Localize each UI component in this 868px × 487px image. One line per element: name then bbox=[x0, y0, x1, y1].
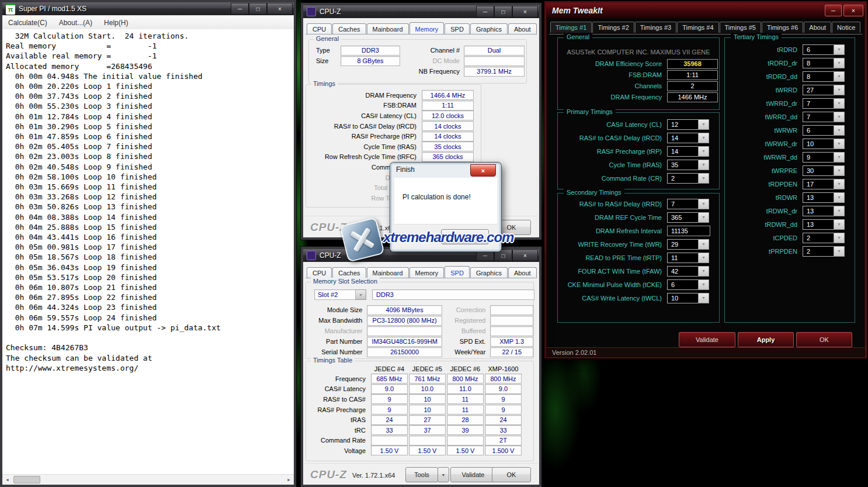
timing-spinner[interactable]: 27 ▼ bbox=[803, 85, 845, 95]
timing-spinner[interactable]: 9 ▼ bbox=[803, 152, 845, 163]
tab-memory[interactable]: Memory bbox=[409, 22, 445, 34]
slot-select[interactable]: Slot #2 bbox=[314, 289, 356, 300]
tab-caches[interactable]: Caches bbox=[332, 267, 366, 278]
spinner-arrow-icon[interactable]: ▼ bbox=[834, 179, 845, 189]
maximize-button[interactable]: □ bbox=[494, 250, 512, 261]
minimize-button[interactable]: ─ bbox=[476, 6, 494, 18]
timing-spinner[interactable]: 6 ▼ bbox=[803, 44, 845, 55]
tab-timings-3[interactable]: Timings #3 bbox=[635, 22, 676, 33]
timing-spinner[interactable]: 2 ▼ bbox=[667, 173, 709, 184]
spinner-arrow-icon[interactable]: ▼ bbox=[834, 44, 845, 55]
timing-spinner[interactable]: 8 ▼ bbox=[803, 71, 845, 82]
timing-spinner[interactable]: 7 ▼ bbox=[803, 98, 845, 109]
tab-graphics[interactable]: Graphics bbox=[470, 23, 508, 34]
maximize-button[interactable]: □ bbox=[494, 6, 512, 18]
scroll-left-arrow-icon[interactable]: ◄ bbox=[2, 475, 12, 485]
spinner-arrow-icon[interactable]: ▼ bbox=[834, 58, 845, 68]
menu-help[interactable]: Help(H) bbox=[98, 17, 134, 29]
tab-about[interactable]: About bbox=[508, 23, 537, 34]
timing-spinner[interactable]: 14 ▼ bbox=[667, 146, 709, 157]
scroll-right-arrow-icon[interactable]: ► bbox=[284, 475, 294, 485]
maximize-button[interactable]: □ bbox=[249, 3, 267, 15]
tools-dropdown-icon[interactable]: ▼ bbox=[438, 467, 449, 482]
spinner-arrow-icon[interactable]: ▼ bbox=[698, 173, 709, 184]
spinner-arrow-icon[interactable]: ▼ bbox=[698, 133, 709, 143]
close-button[interactable]: × bbox=[512, 6, 538, 18]
spinner-arrow-icon[interactable]: ▼ bbox=[834, 192, 845, 203]
spinner-arrow-icon[interactable]: ▼ bbox=[698, 212, 709, 223]
menu-calculate[interactable]: Calculate(C) bbox=[2, 17, 53, 29]
ok-button[interactable]: OK bbox=[492, 467, 531, 482]
spinner-arrow-icon[interactable]: ▼ bbox=[834, 246, 845, 257]
slot-dropdown-button[interactable]: ▼ bbox=[356, 289, 366, 300]
tab-memory[interactable]: Memory bbox=[409, 267, 445, 278]
memtweakit-titlebar[interactable]: Mem TweakIt ─ × bbox=[546, 3, 865, 18]
validate-button[interactable]: Validate bbox=[450, 467, 496, 482]
spinner-arrow-icon[interactable]: ▼ bbox=[698, 266, 709, 277]
spinner-arrow-icon[interactable]: ▼ bbox=[834, 206, 845, 216]
timing-spinner[interactable]: 2 ▼ bbox=[803, 233, 845, 243]
spinner-arrow-icon[interactable]: ▼ bbox=[834, 219, 845, 230]
apply-button[interactable]: Apply bbox=[738, 332, 794, 347]
timing-spinner[interactable]: 7 ▼ bbox=[667, 199, 709, 209]
chevron-down-icon[interactable]: ▼ bbox=[356, 289, 366, 300]
close-button[interactable]: × bbox=[470, 164, 496, 177]
spinner-arrow-icon[interactable]: ▼ bbox=[698, 119, 709, 130]
ok-button[interactable]: OK bbox=[796, 332, 852, 347]
tab-timings-2[interactable]: Timings #2 bbox=[592, 22, 634, 33]
tab-timings-6[interactable]: Timings #6 bbox=[762, 22, 803, 33]
timing-spinner[interactable]: 30 ▼ bbox=[803, 165, 845, 176]
tab-timings-5[interactable]: Timings #5 bbox=[720, 22, 761, 33]
tab-spd[interactable]: SPD bbox=[445, 23, 470, 34]
spinner-arrow-icon[interactable]: ▼ bbox=[698, 293, 709, 303]
timing-spinner[interactable]: 7 ▼ bbox=[803, 112, 845, 122]
timing-spinner[interactable]: 17 ▼ bbox=[803, 179, 845, 189]
spinner-arrow-icon[interactable]: ▼ bbox=[834, 165, 845, 176]
spinner-arrow-icon[interactable]: ▼ bbox=[834, 98, 845, 109]
spinner-arrow-icon[interactable]: ▼ bbox=[834, 112, 845, 122]
minimize-button[interactable]: ─ bbox=[476, 250, 494, 261]
tab-about[interactable]: About bbox=[804, 22, 831, 33]
spinner-arrow-icon[interactable]: ▼ bbox=[698, 253, 709, 263]
tab-graphics[interactable]: Graphics bbox=[470, 267, 508, 278]
cpuz-titlebar[interactable]: CPU-Z ─ □ × bbox=[303, 5, 539, 18]
timing-spinner[interactable]: 12 ▼ bbox=[667, 119, 709, 130]
tab-timings-1[interactable]: Timings #1 bbox=[550, 22, 592, 33]
minimize-button[interactable]: ─ bbox=[825, 5, 842, 16]
timing-spinner[interactable]: 10 ▼ bbox=[667, 293, 709, 303]
close-button[interactable]: × bbox=[512, 250, 538, 261]
timing-spinner[interactable]: 42 ▼ bbox=[667, 266, 709, 277]
timing-spinner[interactable]: 6 ▼ bbox=[667, 279, 709, 290]
spinner-arrow-icon[interactable]: ▼ bbox=[834, 152, 845, 163]
spinner-arrow-icon[interactable]: ▼ bbox=[698, 160, 709, 170]
validate-button[interactable]: Validate bbox=[679, 332, 735, 347]
spinner-arrow-icon[interactable]: ▼ bbox=[698, 239, 709, 250]
timing-spinner[interactable]: 8 ▼ bbox=[803, 58, 845, 68]
spinner-arrow-icon[interactable]: ▼ bbox=[698, 146, 709, 157]
tools-button[interactable]: Tools bbox=[405, 467, 438, 482]
tab-mainboard[interactable]: Mainboard bbox=[367, 23, 409, 34]
spinner-arrow-icon[interactable]: ▼ bbox=[834, 85, 845, 95]
timing-spinner[interactable]: 2 ▼ bbox=[803, 246, 845, 257]
spinner-arrow-icon[interactable]: ▼ bbox=[834, 125, 845, 136]
minimize-button[interactable]: ─ bbox=[231, 3, 249, 15]
ok-button[interactable]: OK bbox=[441, 229, 489, 244]
timing-spinner[interactable]: 365 ▼ bbox=[667, 212, 709, 223]
tab-timings-4[interactable]: Timings #4 bbox=[677, 22, 718, 33]
spinner-arrow-icon[interactable]: ▼ bbox=[698, 199, 709, 209]
timing-spinner[interactable]: 11 ▼ bbox=[667, 253, 709, 263]
spinner-arrow-icon[interactable]: ▼ bbox=[834, 233, 845, 243]
tab-about[interactable]: About bbox=[508, 267, 537, 278]
tab-notice[interactable]: Notice bbox=[832, 22, 860, 33]
timing-spinner[interactable]: 10 ▼ bbox=[803, 139, 845, 149]
refresh-interval-value[interactable]: 11135 bbox=[667, 226, 710, 236]
tab-cpu[interactable]: CPU bbox=[307, 267, 332, 278]
timing-spinner[interactable]: 29 ▼ bbox=[667, 239, 709, 250]
tab-caches[interactable]: Caches bbox=[332, 23, 366, 34]
tab-cpu[interactable]: CPU bbox=[307, 23, 332, 34]
timing-spinner[interactable]: 14 ▼ bbox=[667, 133, 709, 143]
close-button[interactable]: × bbox=[267, 3, 293, 15]
timing-spinner[interactable]: 13 ▼ bbox=[803, 219, 845, 230]
close-button[interactable]: × bbox=[843, 5, 863, 16]
scrollbar-thumb[interactable] bbox=[13, 476, 40, 483]
